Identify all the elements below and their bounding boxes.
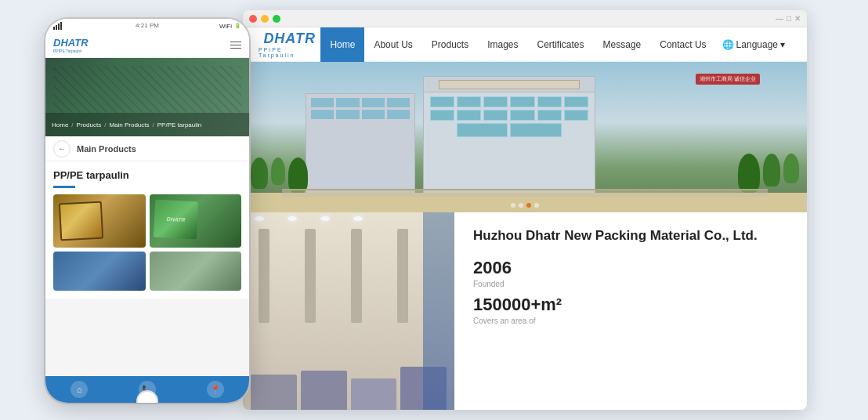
breadcrumb-sep-2: / bbox=[104, 121, 106, 129]
product-item-brown[interactable] bbox=[53, 194, 146, 248]
battery-icon: 🔋 bbox=[234, 23, 241, 29]
breadcrumb-sep-3: / bbox=[153, 121, 154, 129]
nav-language[interactable]: 🌐 Language ▾ bbox=[716, 39, 791, 50]
phone-logo: DHATR PPIPE Tarpaulin bbox=[53, 37, 89, 53]
phone-hero: Home / Products / Main Products / PP/PE … bbox=[45, 58, 249, 136]
phone-products-section: PP/PE tarpaulin DHATR bbox=[45, 161, 249, 299]
product-item-blue2[interactable] bbox=[150, 252, 242, 291]
company-info: Huzhou Dhatr New Packing Material Co., L… bbox=[454, 212, 807, 410]
maximize-button[interactable] bbox=[273, 15, 280, 23]
bottom-location-icon[interactable]: 📍 bbox=[207, 381, 224, 398]
stat-area-number: 150000+m² bbox=[473, 295, 788, 315]
trees-right bbox=[738, 154, 799, 193]
signal-bar-1 bbox=[53, 27, 55, 30]
stat-area: 150000+m² Covers an area of bbox=[473, 295, 788, 325]
window-restore-icon[interactable]: □ bbox=[787, 14, 791, 23]
phone-breadcrumb: Home / Products / Main Products / PP/PE … bbox=[45, 113, 249, 136]
nav-images[interactable]: Images bbox=[478, 27, 527, 62]
phone-product-title: PP/PE tarpaulin bbox=[53, 169, 241, 181]
logo-subtitle: PPIPE Tarpaulin bbox=[259, 47, 320, 58]
phone-time: 4:21 PM bbox=[136, 22, 159, 29]
nav-products[interactable]: Products bbox=[422, 27, 478, 62]
signal-bar-3 bbox=[58, 24, 60, 30]
hero-dot-4[interactable] bbox=[534, 203, 539, 208]
nav-links: Home About Us Products Images Certificat… bbox=[320, 27, 791, 62]
phone-nav: DHATR PPIPE Tarpaulin bbox=[45, 33, 249, 58]
back-button[interactable]: ← bbox=[53, 140, 71, 158]
factory-image bbox=[243, 212, 454, 410]
back-label: Main Products bbox=[77, 144, 136, 154]
hero-dot-3[interactable] bbox=[526, 203, 531, 208]
tarp-image-green: DHATR bbox=[153, 199, 197, 239]
phone-bottom-bar: ⌂ 📞 📍 bbox=[45, 376, 249, 403]
window-minimize-icon[interactable]: — bbox=[776, 14, 783, 23]
logo-name: DHATR bbox=[263, 31, 316, 47]
site-navigation: DHATR PPIPE Tarpaulin Home About Us Prod… bbox=[243, 27, 807, 62]
close-button[interactable] bbox=[249, 15, 257, 23]
breadcrumb-sep-1: / bbox=[71, 121, 73, 129]
globe-icon: 🌐 bbox=[722, 39, 734, 50]
product-title-underline bbox=[53, 186, 75, 188]
desktop-browser: — □ ✕ DHATR PPIPE Tarpaulin Home About U… bbox=[243, 10, 807, 410]
stat-founded: 2006 Founded bbox=[473, 258, 788, 288]
hero-dot-2[interactable] bbox=[519, 203, 523, 208]
main-building bbox=[423, 76, 595, 197]
tarp-image-brown bbox=[59, 201, 103, 241]
site-logo: DHATR PPIPE Tarpaulin bbox=[259, 31, 320, 58]
phone-logo-sub: PPIPE Tarpaulin bbox=[53, 49, 89, 53]
tarp-logo-text: DHATR bbox=[166, 215, 185, 222]
hero-pagination bbox=[511, 203, 539, 208]
company-name: Huzhou Dhatr New Packing Material Co., L… bbox=[473, 226, 788, 245]
stat-area-label: Covers an area of bbox=[473, 317, 788, 325]
bottom-home-icon[interactable]: ⌂ bbox=[71, 381, 88, 398]
phone-product-row2 bbox=[53, 252, 241, 291]
nav-message[interactable]: Message bbox=[594, 27, 651, 62]
battery-indicator: WiFi 🔋 bbox=[219, 23, 241, 30]
signal-bars bbox=[53, 22, 62, 30]
hero-dot-1[interactable] bbox=[511, 203, 515, 208]
nav-certificates[interactable]: Certificates bbox=[528, 27, 594, 62]
signal-bar-4 bbox=[60, 22, 62, 30]
chevron-down-icon: ▾ bbox=[780, 39, 785, 50]
wifi-icon: WiFi bbox=[219, 23, 232, 30]
hamburger-line-1 bbox=[230, 42, 241, 43]
content-area: Huzhou Dhatr New Packing Material Co., L… bbox=[243, 212, 807, 410]
language-label: Language bbox=[736, 39, 778, 50]
window-controls: — □ ✕ bbox=[776, 14, 801, 23]
phone-back-bar: ← Main Products bbox=[45, 136, 249, 161]
breadcrumb-pe-tarpaulin[interactable]: PP/PE tarpaulin bbox=[157, 121, 201, 129]
factory-section bbox=[243, 212, 454, 410]
signal-bar-2 bbox=[56, 25, 57, 30]
product-item-green[interactable]: DHATR bbox=[150, 194, 242, 248]
carrier-signal bbox=[53, 22, 62, 30]
window-close-icon[interactable]: ✕ bbox=[794, 14, 801, 23]
phone-product-grid: DHATR bbox=[53, 194, 241, 248]
hamburger-menu[interactable] bbox=[230, 42, 241, 49]
nav-home[interactable]: Home bbox=[320, 27, 364, 62]
stat-founded-number: 2006 bbox=[473, 258, 788, 278]
breadcrumb-main-products[interactable]: Main Products bbox=[109, 121, 149, 129]
mobile-phone: 4:21 PM WiFi 🔋 DHATR PPIPE Tarpaulin Hom… bbox=[45, 19, 249, 403]
company-sign: 湖州市工商局 诚信企业 bbox=[696, 74, 760, 85]
browser-titlebar: — □ ✕ bbox=[243, 10, 807, 27]
product-item-blue[interactable] bbox=[53, 252, 146, 291]
breadcrumb-products[interactable]: Products bbox=[77, 121, 102, 129]
nav-about[interactable]: About Us bbox=[364, 27, 421, 62]
left-building bbox=[306, 93, 415, 195]
stat-founded-label: Founded bbox=[473, 280, 788, 288]
hero-banner: 湖州市工商局 诚信企业 bbox=[243, 62, 807, 212]
hamburger-line-2 bbox=[230, 45, 241, 46]
breadcrumb-home[interactable]: Home bbox=[52, 121, 68, 129]
minimize-button[interactable] bbox=[261, 15, 269, 23]
phone-logo-name: DHATR bbox=[53, 37, 89, 49]
phone-statusbar: 4:21 PM WiFi 🔋 bbox=[45, 19, 249, 33]
fence bbox=[282, 189, 768, 197]
nav-contact[interactable]: Contact Us bbox=[650, 27, 715, 62]
trees-left bbox=[251, 158, 308, 193]
hamburger-line-3 bbox=[230, 48, 241, 49]
